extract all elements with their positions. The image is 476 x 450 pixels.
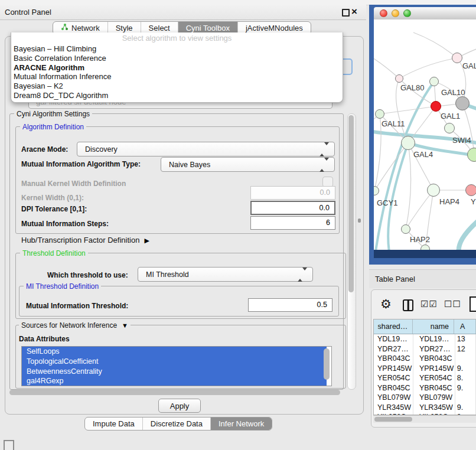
column-header-name[interactable]: name	[413, 319, 454, 334]
data-attributes-list: SelfLoops TopologicalCoefficient Between…	[21, 346, 332, 386]
column-header-shared-name[interactable]: shared…	[374, 319, 413, 334]
data-attributes-label: Data Attributes	[19, 335, 70, 343]
table-panel-title: Table Panel	[369, 275, 415, 283]
mi-steps-label: Mutual Information Steps:	[21, 220, 109, 228]
algorithm-option[interactable]: Mutual Information Inference	[11, 72, 343, 81]
hub-expander[interactable]: Hub/Transcription Factor Definition▶	[21, 236, 149, 244]
mi-threshold-value: 0.5	[317, 301, 327, 309]
table-row[interactable]: YLR345WYLR345W9.	[374, 403, 476, 413]
new-table-icon[interactable]	[470, 296, 476, 312]
zoom-traffic-light-icon[interactable]	[403, 9, 411, 17]
node-label-hap4: HAP4	[439, 197, 459, 206]
splitpane-handle[interactable]	[358, 219, 361, 223]
algorithm-option[interactable]: Bayesian – Hill Climbing	[11, 44, 343, 54]
checked-checkboxes-icon[interactable]: ☑☑	[420, 299, 438, 309]
table-panel-titlebar: Table Panel	[369, 269, 476, 288]
list-item-selected[interactable]: gal4RGexp	[22, 376, 327, 386]
table-hscrollbar-thumb[interactable]	[374, 417, 412, 422]
stepper-icon	[319, 145, 329, 154]
mi-steps-field[interactable]: 6	[250, 216, 335, 230]
mi-threshold-field[interactable]: 0.5	[248, 298, 332, 312]
chevron-down-icon: ▼	[122, 322, 128, 329]
algorithm-definition-title: Algorithm Definition	[20, 123, 86, 131]
aracne-mode-value: Discovery	[85, 145, 118, 154]
table-row[interactable]: YBR045CYBR045C9.	[374, 383, 476, 393]
algorithm-option[interactable]: Bayesian – K2	[11, 81, 343, 91]
tab-cyni-toolbox-label: Cyni Toolbox	[186, 24, 230, 32]
bottom-tabs: Impute Data Discretize Data Infer Networ…	[84, 417, 272, 431]
algorithm-option[interactable]: Basic Correlation Inference	[11, 54, 343, 63]
algorithm-option[interactable]: Dream8 DC_TDC Algorithm	[11, 91, 343, 100]
which-threshold-label: Which threshold to use:	[47, 271, 128, 279]
mi-steps-value: 6	[326, 219, 330, 227]
node-label: GAL	[462, 61, 476, 70]
network-node-gray[interactable]	[455, 96, 470, 110]
float-window-icon[interactable]	[342, 9, 350, 17]
tab-infer-network[interactable]: Infer Network	[210, 418, 272, 430]
table-row[interactable]: YER054CYER054C8.	[374, 373, 476, 383]
minimize-traffic-light-icon[interactable]	[392, 9, 399, 17]
table-row[interactable]: YDL19…YDL19…13	[374, 334, 476, 344]
network-node-swi4[interactable]	[444, 123, 455, 133]
tab-jactivemnodules-label: jActiveMNodules	[246, 24, 303, 32]
network-node[interactable]	[420, 244, 430, 250]
aracne-mode-combobox[interactable]: Discovery	[77, 142, 335, 156]
chevron-right-icon: ▶	[144, 237, 149, 244]
mi-type-value: Naive Bayes	[169, 161, 210, 169]
apply-button[interactable]: Apply	[158, 399, 201, 413]
algorithm-dropdown: Select algorithm to view settings Bayesi…	[11, 32, 343, 103]
gear-icon[interactable]: ⚙	[380, 297, 392, 311]
network-node-hap2[interactable]	[401, 224, 410, 234]
list-item-selected[interactable]: TopologicalCoefficient	[22, 357, 327, 367]
kernel-width-field[interactable]: 0.0	[250, 186, 335, 200]
unchecked-checkboxes-icon[interactable]: ☐☐	[444, 299, 461, 309]
network-node-gal4[interactable]	[401, 136, 415, 150]
network-graph-icon	[61, 24, 69, 32]
list-scrollbar-thumb[interactable]	[324, 348, 330, 380]
sources-expander[interactable]: Sources for Network Inference▼	[19, 321, 131, 330]
table-row[interactable]: YDR27…YDR27…12	[374, 344, 476, 354]
tab-network-label: Network	[71, 24, 100, 32]
network-node-gal1[interactable]	[431, 101, 441, 112]
node-label-gal10: GAL10	[441, 88, 465, 97]
close-traffic-light-icon[interactable]	[380, 9, 387, 17]
network-view[interactable]: GAL GAL80 GAL10 GAL1 GAL11 SWI4 GAL4 GCY…	[374, 19, 476, 250]
list-item-selected[interactable]: SelfLoops	[22, 347, 327, 357]
panel-hscrollbar-thumb[interactable]	[9, 390, 340, 395]
network-window-shadow	[374, 250, 476, 258]
dock-panel-icon[interactable]	[4, 440, 14, 450]
tab-impute-data[interactable]: Impute Data	[85, 418, 142, 430]
table-hscrollbar-track[interactable]	[373, 415, 476, 423]
threshold-definition-title: Threshold Definition	[20, 249, 88, 257]
tab-discretize-data-label: Discretize Data	[151, 419, 203, 428]
network-node-salmon[interactable]	[465, 184, 476, 196]
control-panel-titlebar: Control Panel ×	[0, 5, 366, 20]
screen: Control Panel × Network Style Select Cyn…	[0, 0, 476, 450]
table-row[interactable]: YBL079WYBL079W	[374, 393, 476, 403]
columns-icon[interactable]	[403, 299, 413, 311]
close-icon[interactable]: ×	[351, 4, 357, 19]
column-header-partial[interactable]: A	[454, 319, 476, 334]
algorithm-option-selected[interactable]: ARACNE Algorithm	[11, 63, 343, 73]
node-label-gcy1: GCY1	[377, 198, 397, 207]
table-row[interactable]: YBR043CYBR043C	[374, 354, 476, 364]
network-window-titlebar[interactable]	[374, 7, 476, 20]
panel-vscrollbar-thumb[interactable]	[348, 115, 354, 292]
network-node-gal80[interactable]	[395, 74, 403, 83]
mi-type-combobox[interactable]: Naive Bayes	[161, 157, 335, 172]
network-node-gal10[interactable]	[429, 77, 439, 86]
table-row[interactable]: YPR145WYPR145W9.	[374, 364, 476, 374]
manual-kernel-label: Manual Kernel Width Definition	[21, 180, 126, 188]
table-header-row: shared… name A	[374, 319, 476, 334]
tab-impute-data-label: Impute Data	[93, 419, 135, 428]
mi-type-label: Mutual Information Algorithm Type:	[21, 160, 141, 168]
list-item-selected[interactable]: BetweennessCentrality	[22, 367, 327, 377]
hub-expander-label: Hub/Transcription Factor Definition	[21, 236, 139, 244]
network-node-hap4[interactable]	[427, 184, 440, 197]
which-threshold-combobox[interactable]: MI Threshold	[138, 267, 313, 282]
node-table: shared… name A YDL19…YDL19…13 YDR27…YDR2…	[373, 319, 476, 415]
tab-discretize-data[interactable]: Discretize Data	[142, 418, 210, 430]
network-node[interactable]	[452, 53, 462, 63]
dpi-tolerance-field[interactable]: 0.0	[250, 201, 335, 215]
network-node-gal11[interactable]	[375, 109, 384, 119]
